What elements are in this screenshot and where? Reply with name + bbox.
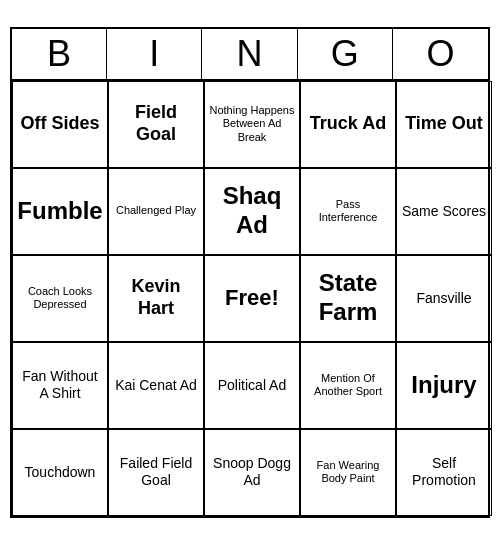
bingo-card: BINGO Off SidesField GoalNothing Happens… xyxy=(10,27,490,518)
header-letter: G xyxy=(298,29,393,79)
bingo-cell: Self Promotion xyxy=(396,429,492,516)
bingo-cell: Failed Field Goal xyxy=(108,429,204,516)
bingo-cell: Nothing Happens Between Ad Break xyxy=(204,81,300,168)
header-letter: B xyxy=(12,29,107,79)
bingo-cell: Shaq Ad xyxy=(204,168,300,255)
bingo-cell: Injury xyxy=(396,342,492,429)
bingo-cell: Challenged Play xyxy=(108,168,204,255)
header-letter: I xyxy=(107,29,202,79)
bingo-cell: Fan Without A Shirt xyxy=(12,342,108,429)
bingo-cell: Fansville xyxy=(396,255,492,342)
bingo-cell: Pass Interference xyxy=(300,168,396,255)
bingo-cell: Coach Looks Depressed xyxy=(12,255,108,342)
bingo-cell: Kevin Hart xyxy=(108,255,204,342)
bingo-cell: Mention Of Another Sport xyxy=(300,342,396,429)
bingo-grid: Off SidesField GoalNothing Happens Betwe… xyxy=(12,81,488,516)
bingo-cell: Fan Wearing Body Paint xyxy=(300,429,396,516)
bingo-cell: Snoop Dogg Ad xyxy=(204,429,300,516)
bingo-cell: Touchdown xyxy=(12,429,108,516)
bingo-cell: State Farm xyxy=(300,255,396,342)
bingo-cell: Time Out xyxy=(396,81,492,168)
bingo-cell: Free! xyxy=(204,255,300,342)
header-letter: O xyxy=(393,29,488,79)
bingo-cell: Off Sides xyxy=(12,81,108,168)
bingo-cell: Truck Ad xyxy=(300,81,396,168)
bingo-cell: Fumble xyxy=(12,168,108,255)
bingo-cell: Field Goal xyxy=(108,81,204,168)
bingo-cell: Kai Cenat Ad xyxy=(108,342,204,429)
header-letter: N xyxy=(202,29,297,79)
bingo-header: BINGO xyxy=(12,29,488,81)
bingo-cell: Political Ad xyxy=(204,342,300,429)
bingo-cell: Same Scores xyxy=(396,168,492,255)
